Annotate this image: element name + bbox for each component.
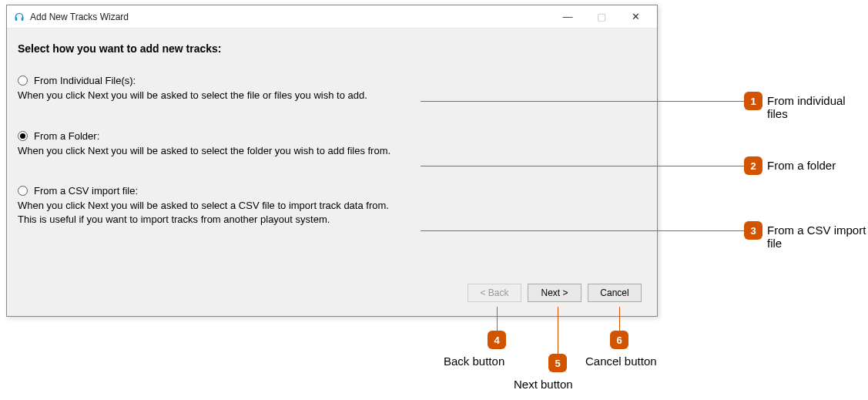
radio-individual-files[interactable] — [18, 76, 28, 86]
callout-line-2 — [421, 166, 745, 166]
back-button: < Back — [468, 284, 521, 302]
callout-bubble-1: 1 — [744, 92, 762, 110]
option-description: When you click Next you will be asked to… — [18, 199, 646, 226]
titlebar[interactable]: Add New Tracks Wizard — ▢ ✕ — [7, 5, 657, 29]
option-from-folder[interactable]: From a Folder: When you click Next you w… — [18, 130, 646, 158]
option-label: From Individual File(s): — [34, 75, 136, 86]
option-label: From a CSV import file: — [34, 185, 138, 197]
callout-bubble-2: 2 — [744, 156, 762, 175]
headphones-icon — [13, 11, 25, 23]
option-individual-files[interactable]: From Individual File(s): When you click … — [18, 75, 646, 103]
window-title: Add New Tracks Wizard — [30, 12, 551, 22]
callout-text-3: From a CSV import file — [767, 224, 868, 250]
callout-line-3 — [421, 230, 745, 231]
callout-text-4: Back button — [444, 355, 504, 368]
wizard-content: Select how you want to add new tracks: F… — [7, 29, 657, 316]
close-button[interactable]: ✕ — [618, 6, 652, 28]
callout-bubble-4: 4 — [488, 331, 506, 349]
dialog-window: Add New Tracks Wizard — ▢ ✕ Select how y… — [6, 5, 658, 317]
callout-bubble-6: 6 — [610, 331, 628, 349]
next-button[interactable]: Next > — [528, 284, 581, 302]
wizard-heading: Select how you want to add new tracks: — [18, 42, 646, 55]
callout-bubble-3: 3 — [744, 221, 762, 240]
callout-line-1 — [421, 101, 745, 102]
option-csv-import[interactable]: From a CSV import file: When you click N… — [18, 185, 646, 226]
callout-line-5 — [558, 307, 558, 355]
window-controls: — ▢ ✕ — [551, 6, 652, 28]
callout-bubble-5: 5 — [548, 354, 567, 372]
radio-csv-import[interactable] — [18, 186, 28, 196]
minimize-button[interactable]: — — [551, 6, 585, 28]
maximize-button[interactable]: ▢ — [585, 6, 618, 28]
cancel-button[interactable]: Cancel — [588, 284, 642, 302]
callout-text-1: From individual files — [767, 94, 868, 120]
option-label: From a Folder: — [34, 130, 99, 142]
option-description: When you click Next you will be asked to… — [18, 144, 646, 158]
radio-from-folder[interactable] — [18, 131, 28, 141]
option-description: When you click Next you will be asked to… — [18, 89, 646, 103]
callout-text-5: Next button — [514, 378, 573, 391]
callout-line-4 — [497, 307, 498, 331]
callout-text-2: From a folder — [767, 159, 836, 172]
callout-line-6 — [619, 307, 620, 331]
callout-text-6: Cancel button — [585, 355, 657, 368]
wizard-button-row: < Back Next > Cancel — [18, 284, 646, 310]
